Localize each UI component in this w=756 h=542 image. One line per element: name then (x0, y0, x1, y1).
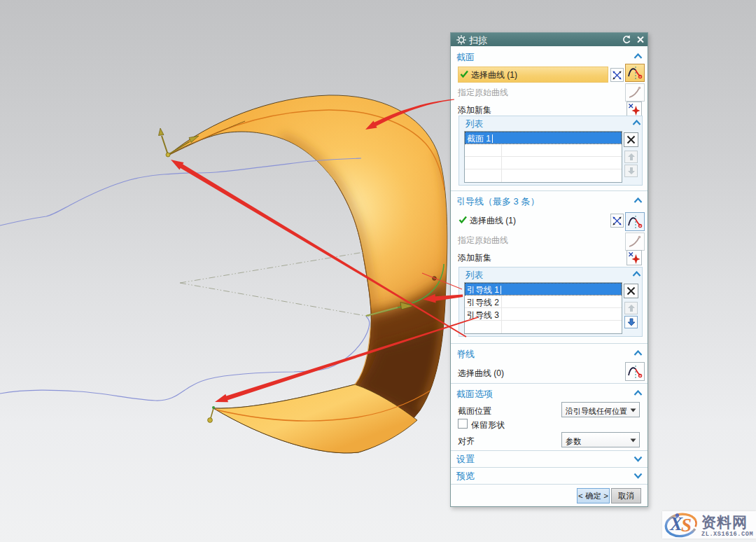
section-header-spine[interactable]: 脊线 (456, 348, 475, 361)
move-up-button-section[interactable] (624, 151, 638, 163)
list-row-selected[interactable]: 截面 1 (465, 132, 622, 144)
cancel-button[interactable]: 取消 (611, 488, 641, 503)
reset-icon (621, 34, 632, 45)
chevron-up-icon[interactable] (634, 197, 643, 204)
specify-original-label-guides: 指定原始曲线 (458, 235, 508, 246)
select-curve-label-spine: 选择曲线 (0) (458, 368, 504, 380)
spline-curve-lower (0, 317, 370, 401)
move-down-button-guides[interactable] (624, 316, 638, 328)
reset-button[interactable] (621, 34, 632, 45)
deselect-button-guides[interactable] (610, 214, 624, 228)
list-row[interactable] (465, 157, 622, 169)
guides-list[interactable]: 引导线 1 引导线 2 引导线 3 (464, 282, 622, 334)
close-icon (635, 34, 646, 45)
section-header-section-options[interactable]: 截面选项 (456, 388, 493, 401)
separator (451, 450, 648, 451)
alignment-dropdown[interactable]: 参数 (561, 432, 640, 447)
list-row[interactable] (465, 169, 622, 182)
remove-item-button-section[interactable] (624, 132, 638, 147)
section-list[interactable]: 截面 1 (464, 131, 622, 183)
sweep-dialog: 扫掠 截面 选择曲线 (1) (450, 32, 648, 507)
dialog-title: 扫掠 (469, 34, 487, 47)
chevron-down-icon[interactable] (634, 456, 643, 462)
list-group-header-guides[interactable]: 列表 (465, 270, 483, 282)
chevron-up-icon[interactable] (632, 120, 641, 126)
remove-item-button-guides[interactable] (624, 284, 638, 298)
section-header-section[interactable]: 截面 (456, 51, 475, 64)
original-curve-button-guides[interactable] (625, 232, 645, 251)
section-position-label: 截面位置 (458, 405, 491, 417)
separator (451, 467, 648, 468)
move-up-button-guides[interactable] (624, 302, 638, 314)
close-button[interactable] (635, 34, 646, 45)
spline-curve-upper (0, 158, 361, 225)
spline-curves (0, 158, 370, 401)
list-group-header-section[interactable]: 列表 (465, 118, 483, 130)
list-row[interactable] (465, 321, 622, 333)
nx-application-window: { "dialog": { "title": "扫掠", "titlebar_i… (0, 0, 756, 542)
dropdown-arrow-icon (630, 408, 636, 412)
add-new-set-icon (628, 251, 640, 264)
list-group-section: 列表 截面 1 (458, 116, 643, 186)
dropdown-value: 参数 (566, 436, 581, 447)
add-new-set-label-section: 添加新集 (458, 104, 491, 116)
arrow-up-icon (627, 304, 636, 312)
dialog-titlebar[interactable]: 扫掠 (451, 33, 648, 46)
original-curve-icon (627, 85, 643, 100)
arrow-down-icon (627, 318, 636, 326)
add-new-set-button-guides[interactable] (626, 250, 642, 265)
list-row-selected[interactable]: 引导线 1 (465, 283, 622, 296)
marker-bottom-tip (208, 406, 215, 422)
chevron-up-icon[interactable] (634, 350, 643, 356)
text-cursor (492, 134, 493, 143)
move-down-button-section[interactable] (624, 165, 638, 177)
original-curve-button-section[interactable] (625, 83, 645, 102)
section-header-preview[interactable]: 预览 (456, 470, 475, 482)
list-row[interactable]: 引导线 2 (465, 296, 622, 308)
guide-endpoint-dot (433, 277, 437, 281)
section-header-guides[interactable]: 引导线（最多 3 条） (456, 195, 539, 208)
dropdown-arrow-icon (630, 438, 636, 443)
ok-button[interactable]: < 确定 > (577, 488, 610, 503)
chevron-down-icon[interactable] (634, 473, 643, 479)
list-group-guides: 列表 引导线 1 引导线 2 引导线 3 (458, 267, 643, 337)
section-header-settings[interactable]: 设置 (456, 453, 475, 466)
specify-original-label-section: 指定原始曲线 (458, 87, 508, 99)
separator (451, 343, 648, 344)
list-row[interactable] (465, 144, 622, 157)
curve-rule-button-section[interactable] (625, 64, 645, 82)
add-new-set-button-section[interactable] (626, 102, 642, 117)
list-row-label: 引导线 1 (467, 285, 499, 295)
preserve-shape-checkbox[interactable] (458, 419, 468, 429)
deselect-button-section[interactable] (610, 68, 624, 82)
curve-rule-button-guides[interactable] (625, 212, 645, 231)
watermark-site-name: 资料网 (701, 513, 748, 532)
separator (451, 190, 648, 191)
datum-dashdot-lines (180, 252, 370, 317)
section-position-dropdown[interactable]: 沿引导线任何位置 (561, 402, 640, 417)
list-row-label: 截面 1 (467, 134, 491, 144)
curve-rule-button-spine[interactable] (625, 362, 645, 381)
arrow-down-icon (627, 167, 636, 175)
delete-x-icon (626, 286, 636, 296)
check-icon (458, 216, 468, 224)
arrow-up-icon (627, 153, 636, 161)
curve-rule-icon (627, 364, 643, 380)
chevron-up-icon[interactable] (634, 53, 643, 60)
delete-x-icon (626, 134, 636, 145)
chevron-up-icon[interactable] (634, 390, 643, 396)
select-curve-label-section: 选择曲线 (1) (471, 69, 517, 81)
select-curve-label-guides: 选择曲线 (1) (470, 215, 516, 227)
original-curve-icon (627, 234, 643, 249)
watermark-site-caption: ZL.XS1616.COM (701, 531, 753, 538)
list-row[interactable]: 引导线 3 (465, 308, 622, 321)
dropdown-value: 沿引导线任何位置 (566, 406, 627, 417)
watermark-badge: X S 资料网 ZL.XS1616.COM (662, 511, 756, 538)
add-new-set-icon (628, 103, 640, 116)
deselect-icon (612, 216, 622, 226)
chevron-up-icon[interactable] (632, 271, 641, 277)
preserve-shape-label: 保留形状 (471, 419, 505, 431)
add-new-set-label-guides: 添加新集 (458, 252, 491, 264)
alignment-label: 对齐 (458, 436, 475, 447)
swept-surface (168, 95, 468, 453)
